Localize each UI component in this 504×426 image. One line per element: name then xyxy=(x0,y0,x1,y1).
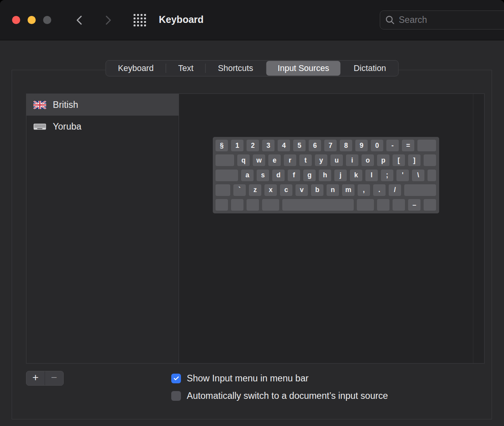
tab-keyboard[interactable]: Keyboard xyxy=(107,61,165,76)
tab-divider xyxy=(166,64,166,73)
grid-dot-icon xyxy=(144,24,146,26)
key-b: b xyxy=(311,184,323,196)
key-blank xyxy=(216,199,228,211)
search-field[interactable] xyxy=(380,10,504,29)
grid-dot-icon xyxy=(144,21,146,23)
chevron-right-icon xyxy=(102,14,114,27)
key-blank xyxy=(377,199,389,211)
chevron-left-icon xyxy=(74,14,85,27)
keyboard-row: qwertyuiop[] xyxy=(216,154,436,166)
input-source-british[interactable]: British xyxy=(26,94,179,116)
keyboard-preferences-window: Keyboard KeyboardTextShortcutsInput Sour… xyxy=(0,0,504,426)
grid-dot-icon xyxy=(134,14,136,16)
key-blank xyxy=(282,199,354,211)
checkbox-row: Show Input menu in menu bar xyxy=(171,373,388,383)
key-f: f xyxy=(288,170,300,181)
key-u: u xyxy=(330,154,343,166)
search-input[interactable] xyxy=(399,15,504,25)
keyboard-row: §1234567890-= xyxy=(216,140,436,151)
key-,: , xyxy=(358,184,370,196)
key-e: e xyxy=(268,154,281,166)
tab-dictation[interactable]: Dictation xyxy=(342,61,398,76)
titlebar: Keyboard xyxy=(0,0,504,40)
checkbox-label: Automatically switch to a document’s inp… xyxy=(187,391,388,401)
key-a: a xyxy=(241,170,254,181)
tab-shortcuts[interactable]: Shortcuts xyxy=(207,61,264,76)
key-0: 0 xyxy=(371,140,383,151)
input-source-label: Yoruba xyxy=(53,121,82,132)
key-j: j xyxy=(334,170,347,181)
key-': ' xyxy=(396,170,409,181)
key-v: v xyxy=(295,184,308,196)
input-source-list: BritishYoruba xyxy=(26,94,179,363)
checkbox-area: Show Input menu in menu barAutomatically… xyxy=(171,373,388,401)
key-§: § xyxy=(216,140,228,151)
key-3: 3 xyxy=(262,140,275,151)
key-;: ; xyxy=(381,170,393,181)
search-icon xyxy=(385,15,395,25)
checkbox-show-input-menu-in-menu-bar[interactable] xyxy=(171,374,181,383)
keyboard-row: – xyxy=(216,199,436,211)
tab-divider xyxy=(265,64,266,73)
key-blank xyxy=(417,140,436,151)
key-–: – xyxy=(408,199,421,211)
grid-dot-icon xyxy=(141,14,143,16)
back-button[interactable] xyxy=(73,13,86,27)
window-title: Keyboard xyxy=(159,14,203,25)
key-y: y xyxy=(315,154,327,166)
key-i: i xyxy=(346,154,358,166)
zoom-disabled-button[interactable] xyxy=(43,16,51,24)
tab-divider xyxy=(341,64,342,73)
tab-divider xyxy=(205,64,206,73)
key-blank xyxy=(216,170,238,181)
grid-dot-icon xyxy=(137,17,139,19)
input-source-label: British xyxy=(53,100,78,110)
key-h: h xyxy=(319,170,331,181)
grid-dot-icon xyxy=(137,14,139,16)
key-[: [ xyxy=(393,154,405,166)
key-`: ` xyxy=(233,184,246,196)
key-t: t xyxy=(299,154,312,166)
remove-input-source-button[interactable]: − xyxy=(45,371,63,385)
key-=: = xyxy=(402,140,414,151)
minimize-button[interactable] xyxy=(28,16,36,24)
content: KeyboardTextShortcutsInput SourcesDictat… xyxy=(0,41,504,426)
key-l: l xyxy=(365,170,378,181)
tab-input-sources[interactable]: Input Sources xyxy=(266,61,341,76)
key-g: g xyxy=(303,170,316,181)
tab-bar: KeyboardTextShortcutsInput SourcesDictat… xyxy=(106,60,399,76)
close-button[interactable] xyxy=(12,16,20,24)
key-k: k xyxy=(350,170,362,181)
panels: BritishYoruba §1234567890-=qwertyuiop[]a… xyxy=(26,94,485,364)
keyboard-preview: §1234567890-=qwertyuiop[]asdfghjkl;'\`zx… xyxy=(213,137,439,213)
key-7: 7 xyxy=(324,140,337,151)
key-2: 2 xyxy=(247,140,259,151)
forward-button[interactable] xyxy=(101,13,115,27)
key-9: 9 xyxy=(355,140,368,151)
grid-dot-icon xyxy=(134,17,136,19)
input-source-yoruba[interactable]: Yoruba xyxy=(26,116,179,137)
checkbox-row: Automatically switch to a document’s inp… xyxy=(171,391,388,401)
key-z: z xyxy=(249,184,261,196)
key-q: q xyxy=(237,154,250,166)
key-/: / xyxy=(389,184,401,196)
key-blank xyxy=(404,184,436,196)
key-x: x xyxy=(264,184,277,196)
scrollbar-track xyxy=(473,94,473,363)
keyboard-row: `zxcvbnm,./ xyxy=(216,184,436,196)
grid-dot-icon xyxy=(134,24,136,26)
grid-dot-icon xyxy=(144,17,146,19)
tab-text[interactable]: Text xyxy=(167,61,205,76)
key-blank xyxy=(357,199,374,211)
key-]: ] xyxy=(408,154,421,166)
key-.: . xyxy=(373,184,386,196)
keyboard-icon xyxy=(33,123,46,131)
key-d: d xyxy=(272,170,285,181)
key-blank xyxy=(428,170,436,181)
add-input-source-button[interactable]: + xyxy=(26,371,45,385)
grid-dot-icon xyxy=(137,24,139,26)
key-n: n xyxy=(327,184,339,196)
checkbox-automatically-switch-to-a-document-s-input-source[interactable] xyxy=(171,391,181,401)
show-all-grid-button[interactable] xyxy=(133,14,147,27)
key-blank xyxy=(216,154,234,166)
